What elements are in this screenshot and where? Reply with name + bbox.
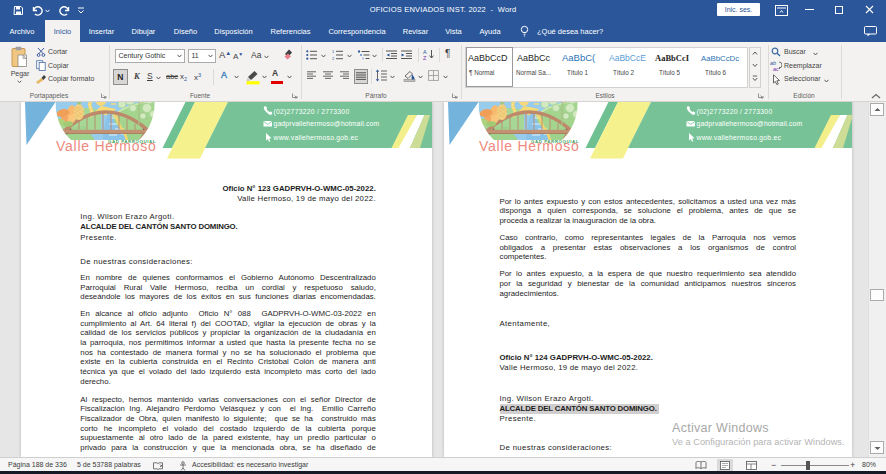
svg-text:1: 1 (332, 50, 335, 54)
svg-text:ac: ac (773, 66, 779, 71)
svg-text:2: 2 (332, 56, 335, 60)
svg-text:Z: Z (423, 55, 427, 60)
